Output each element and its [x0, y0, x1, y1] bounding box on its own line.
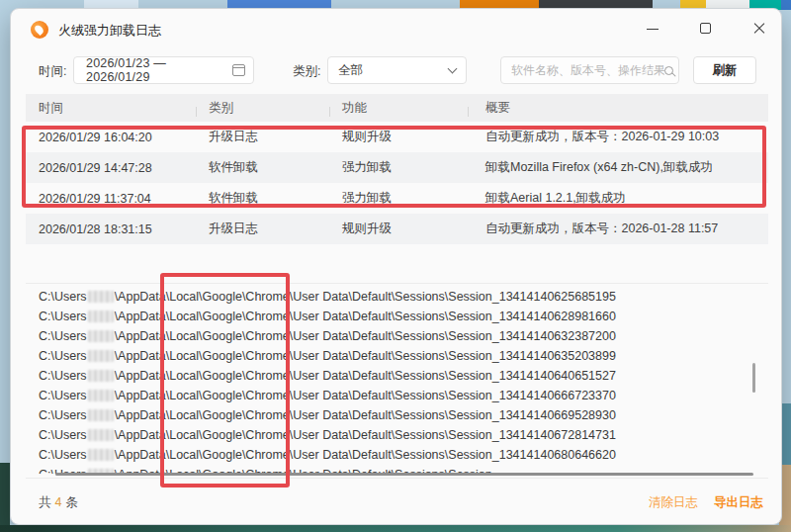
horizontal-scrollbar-thumb[interactable]	[55, 473, 753, 476]
cell-time: 2026/01/29 11:37:04	[26, 192, 196, 206]
session-path: C:\Users\AppData\Local\Google\Chrome\Use…	[26, 405, 757, 425]
redacted-username	[88, 330, 114, 342]
minimize-button[interactable]	[646, 22, 659, 36]
close-button[interactable]	[752, 22, 766, 36]
table-row[interactable]: 2026/01/29 11:37:04 软件卸载 强力卸载 卸载Aerial 1…	[26, 183, 768, 214]
calendar-icon[interactable]	[232, 64, 245, 76]
session-path: C:\Users\AppData\Local\Google\Chrome\Use…	[26, 445, 757, 465]
cell-function: 强力卸载	[329, 159, 468, 176]
category-selected-value: 全部	[338, 62, 363, 79]
column-header-summary: 概要	[468, 100, 768, 117]
desktop-background	[0, 525, 791, 532]
cell-time: 2026/01/29 14:47:28	[26, 161, 196, 175]
table-row[interactable]: 2026/01/28 18:31:15 升级日志 规则升级 自动更新成功，版本号…	[26, 214, 768, 244]
clear-log-button[interactable]: 清除日志	[649, 494, 698, 511]
cell-function: 规则升级	[329, 129, 468, 145]
cell-summary: 卸载Aerial 1.2.1,卸载成功	[468, 190, 768, 207]
redacted-username	[88, 291, 114, 303]
session-path: C:\Users\AppData\Local\Google\Chrome\Use…	[26, 366, 757, 386]
cell-category: 升级日志	[196, 221, 329, 237]
session-path: C:\Users\AppData\Local\Google\Chrome\Use…	[26, 425, 757, 445]
session-path: C:\Users\AppData\Local\Google\Chrome\Use…	[26, 307, 757, 326]
cell-time: 2026/01/29 16:04:20	[26, 131, 196, 144]
date-range-input[interactable]: 2026/01/23 — 2026/01/29	[73, 56, 254, 84]
redacted-username	[88, 350, 114, 362]
export-log-button[interactable]: 导出日志	[714, 494, 763, 511]
column-header-time: 时间	[26, 100, 196, 117]
flame-app-icon	[31, 21, 48, 39]
window-title: 火绒强力卸载日志	[58, 22, 161, 40]
redacted-username	[88, 370, 114, 382]
chevron-down-icon[interactable]	[448, 63, 458, 73]
desktop-background	[781, 0, 791, 10]
search-field	[500, 56, 679, 84]
search-input[interactable]	[511, 63, 664, 77]
cell-summary: 自动更新成功，版本号：2026-01-29 10:03	[468, 129, 768, 145]
cell-summary: 自动更新成功，版本号：2026-01-28 11:57	[468, 221, 768, 237]
footer-bar: 共4条 清除日志 导出日志	[11, 478, 781, 525]
redacted-username	[88, 449, 114, 461]
session-path: C:\Users\AppData\Local\Google\Chrome\Use…	[26, 326, 757, 346]
total-count-text: 共4条	[39, 494, 78, 511]
section-divider	[26, 283, 768, 284]
session-path: C:\Users\AppData\Local\Google\Chrome\Use…	[26, 346, 757, 366]
cell-category: 软件卸载	[196, 190, 329, 207]
app-window: 火绒强力卸载日志 时间: 2026/01/23 — 2026/01/29 类别:…	[10, 8, 782, 525]
log-table: 时间 类别 功能 概要 2026/01/29 16:04:20 升级日志 规则升…	[26, 94, 768, 244]
session-path-list: C:\Users\AppData\Local\Google\Chrome\Use…	[26, 287, 757, 474]
cell-category: 升级日志	[196, 129, 329, 145]
date-range-value: 2026/01/23 — 2026/01/29	[86, 56, 232, 84]
cell-category: 软件卸载	[196, 159, 329, 176]
category-select[interactable]: 全部	[327, 56, 467, 84]
magnifier-icon[interactable]	[664, 66, 673, 75]
session-path: C:\Users\AppData\Local\Google\Chrome\Use…	[26, 386, 757, 405]
minimize-icon	[647, 29, 659, 30]
desktop-background	[0, 463, 10, 532]
refresh-button[interactable]: 刷新	[693, 56, 756, 84]
redacted-username	[88, 429, 114, 441]
category-filter-label: 类别:	[293, 63, 320, 80]
total-count-value: 4	[55, 495, 62, 509]
cell-summary: 卸载Mozilla Firefox (x64 zh-CN),卸载成功	[468, 159, 768, 176]
cell-time: 2026/01/28 18:31:15	[26, 222, 196, 236]
cell-function: 规则升级	[329, 221, 468, 237]
maximize-icon	[700, 23, 711, 34]
redacted-username	[88, 409, 114, 421]
column-header-category: 类别	[196, 100, 329, 117]
redacted-username	[88, 310, 114, 322]
maximize-button[interactable]	[699, 22, 713, 36]
filter-bar: 时间: 2026/01/23 — 2026/01/29 类别: 全部 刷新	[11, 56, 781, 84]
time-filter-label: 时间:	[39, 63, 66, 80]
cell-function: 强力卸载	[329, 190, 468, 207]
session-path: C:\Users\AppData\Local\Google\Chrome\Use…	[26, 287, 757, 307]
title-bar: 火绒强力卸载日志	[11, 9, 781, 48]
vertical-scrollbar-thumb[interactable]	[752, 363, 755, 393]
table-row[interactable]: 2026/01/29 14:47:28 软件卸载 强力卸载 卸载Mozilla …	[26, 152, 768, 183]
redacted-username	[88, 390, 114, 401]
column-header-function: 功能	[329, 100, 468, 117]
table-row[interactable]: 2026/01/29 16:04:20 升级日志 规则升级 自动更新成功，版本号…	[26, 122, 768, 152]
table-header-row: 时间 类别 功能 概要	[26, 94, 768, 122]
